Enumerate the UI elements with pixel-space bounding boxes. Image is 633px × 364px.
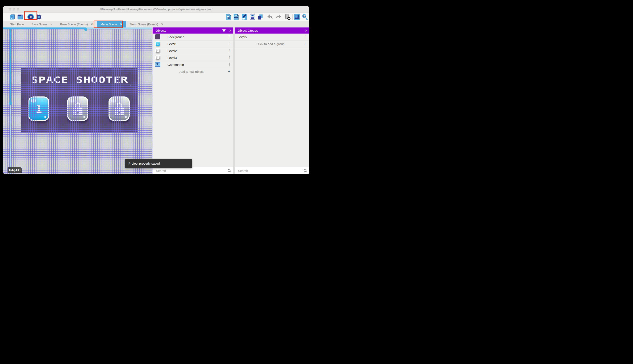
tab-label: Menu Scene (Events) xyxy=(130,23,158,26)
preview-window-icon xyxy=(17,14,24,20)
cursor-coordinates-badge: 466;433 xyxy=(8,167,22,173)
tab-menu-scene-events[interactable]: Menu Scene (Events) ✕ xyxy=(126,21,167,28)
object-row-background[interactable]: Background ⋮ xyxy=(153,34,233,40)
level2-button-object[interactable] xyxy=(67,96,88,121)
group-menu-icon[interactable]: ⋮ xyxy=(302,35,309,39)
level2-thumbnail xyxy=(155,48,160,53)
add-group-label: Click to add a group xyxy=(235,42,301,46)
level3-button-object[interactable] xyxy=(109,96,130,121)
object-menu-icon[interactable]: ⋮ xyxy=(226,35,233,39)
redo-button[interactable] xyxy=(275,14,282,20)
object-groups-panel-title: Object Groups xyxy=(238,29,303,32)
object-row-level3[interactable]: Level3 ⋮ xyxy=(153,54,233,61)
titlebar: GDevelop 5 - /Users/dkarakay/Documents/G… xyxy=(3,6,309,13)
debugger-button[interactable] xyxy=(36,14,42,20)
zoom-original-icon: 1:1 xyxy=(302,14,308,20)
object-name: Gamename xyxy=(167,63,226,66)
close-panel-icon[interactable]: ✕ xyxy=(227,29,233,32)
tab-base-scene-events[interactable]: Base Scene (Events) ✕ xyxy=(57,21,97,28)
instance-mask-icon xyxy=(284,14,291,20)
close-panel-icon[interactable]: ✕ xyxy=(303,29,309,32)
background-thumbnail xyxy=(155,34,160,40)
object-name: Background xyxy=(167,35,226,39)
object-menu-icon[interactable]: ⋮ xyxy=(226,63,233,66)
object-groups-panel: Object Groups ✕ Levels ⋮ Click to add a … xyxy=(235,28,309,174)
group-name: Levels xyxy=(238,35,302,39)
tab-menu-scene[interactable]: Menu Scene ✕ xyxy=(97,21,126,28)
tab-base-scene[interactable]: Base Scene ✕ xyxy=(28,21,56,28)
scene-editor-canvas[interactable]: SPACE SHOOTER 1 466;433 xyxy=(3,28,152,174)
open-objects-editor-button[interactable] xyxy=(225,14,232,20)
open-properties-panel-button[interactable] xyxy=(241,14,248,20)
add-object-label: Add a new object xyxy=(153,70,225,74)
object-row-level1[interactable]: 1 Level1 ⋮ xyxy=(153,40,233,48)
preview-window-button[interactable] xyxy=(17,14,24,20)
object-row-level2[interactable]: Level2 ⋮ xyxy=(153,48,233,54)
play-preview-button[interactable] xyxy=(27,14,34,20)
toolbar-divider xyxy=(283,14,283,20)
add-object-row[interactable]: Add a new object + xyxy=(153,68,233,75)
tab-bar: Start Page Base Scene ✕ Base Scene (Even… xyxy=(3,21,309,28)
toolbar-divider xyxy=(265,14,265,20)
object-name: Level3 xyxy=(167,56,226,60)
add-group-row[interactable]: Click to add a group + xyxy=(235,40,309,48)
objects-search-input[interactable] xyxy=(156,169,225,173)
game-title-text[interactable]: SPACE SHOOTER xyxy=(3,75,152,85)
filter-icon[interactable] xyxy=(221,29,227,32)
close-tab-icon[interactable]: ✕ xyxy=(91,23,93,26)
save-toast: Project properly saved xyxy=(125,159,192,168)
tab-start-page[interactable]: Start Page xyxy=(6,21,28,28)
objects-editor-icon xyxy=(225,14,231,20)
undo-button[interactable] xyxy=(267,14,273,20)
window-title: GDevelop 5 - /Users/dkarakay/Documents/G… xyxy=(3,6,309,12)
project-manager-button[interactable] xyxy=(9,14,16,20)
vertical-scrollbar-handle[interactable] xyxy=(9,102,12,105)
open-layers-editor-button[interactable] xyxy=(257,14,264,20)
vertical-scrollbar[interactable] xyxy=(10,28,11,174)
layers-editor-icon xyxy=(257,14,263,20)
project-manager-icon xyxy=(9,14,16,20)
object-groups-search-bar xyxy=(235,167,309,174)
redo-icon xyxy=(275,14,282,20)
debug-icon xyxy=(36,14,42,20)
zoom-original-button[interactable]: 1:1 xyxy=(302,14,308,20)
close-tab-icon[interactable]: ✕ xyxy=(161,23,163,26)
group-row-levels[interactable]: Levels ⋮ xyxy=(235,34,309,40)
object-groups-panel-header: Object Groups ✕ xyxy=(235,28,309,34)
toolbar: 1:1 xyxy=(3,13,309,21)
level-number: 1 xyxy=(36,102,42,115)
level1-thumbnail: 1 xyxy=(155,41,160,46)
add-object-plus-icon[interactable]: + xyxy=(225,69,233,74)
tab-label: Menu Scene xyxy=(101,23,117,26)
level1-button-object[interactable]: 1 xyxy=(28,96,49,121)
object-menu-icon[interactable]: ⋮ xyxy=(226,49,233,53)
undo-icon xyxy=(267,14,273,20)
object-row-gamename[interactable]: Tx Gamename ⋮ xyxy=(153,61,233,68)
object-menu-icon[interactable]: ⋮ xyxy=(226,42,233,46)
open-instances-list-button[interactable] xyxy=(249,14,256,20)
toggle-grid-button[interactable] xyxy=(294,14,300,20)
close-tab-icon[interactable]: ✕ xyxy=(120,23,122,26)
gdevelop-window: GDevelop 5 - /Users/dkarakay/Documents/G… xyxy=(3,6,309,174)
add-group-plus-icon[interactable]: + xyxy=(301,41,309,46)
starfield xyxy=(21,68,22,68)
background-object[interactable]: SPACE SHOOTER 1 xyxy=(21,68,138,132)
lock-icon xyxy=(114,102,124,115)
horizontal-scrollbar[interactable] xyxy=(3,28,152,29)
objects-panel-title: Objects xyxy=(156,29,221,32)
search-icon xyxy=(225,169,233,173)
tab-label: Base Scene xyxy=(32,23,48,26)
grid-icon xyxy=(294,14,300,20)
open-object-groups-editor-button[interactable] xyxy=(233,14,239,20)
toast-message: Project properly saved xyxy=(128,162,160,165)
horizontal-scrollbar-handle[interactable] xyxy=(84,28,87,31)
object-menu-icon[interactable]: ⋮ xyxy=(226,56,233,60)
object-groups-search-input[interactable] xyxy=(238,169,301,173)
close-tab-icon[interactable]: ✕ xyxy=(50,23,53,26)
toggle-instance-mask-button[interactable] xyxy=(284,14,291,20)
objects-panel: Objects ✕ Background ⋮ 1 Level1 ⋮ Level2 xyxy=(153,28,233,174)
tab-label: Base Scene (Events) xyxy=(60,23,88,26)
object-groups-editor-icon xyxy=(233,14,239,20)
zoom-ratio-label: 1:1 xyxy=(303,15,305,17)
level3-thumbnail xyxy=(155,55,160,60)
